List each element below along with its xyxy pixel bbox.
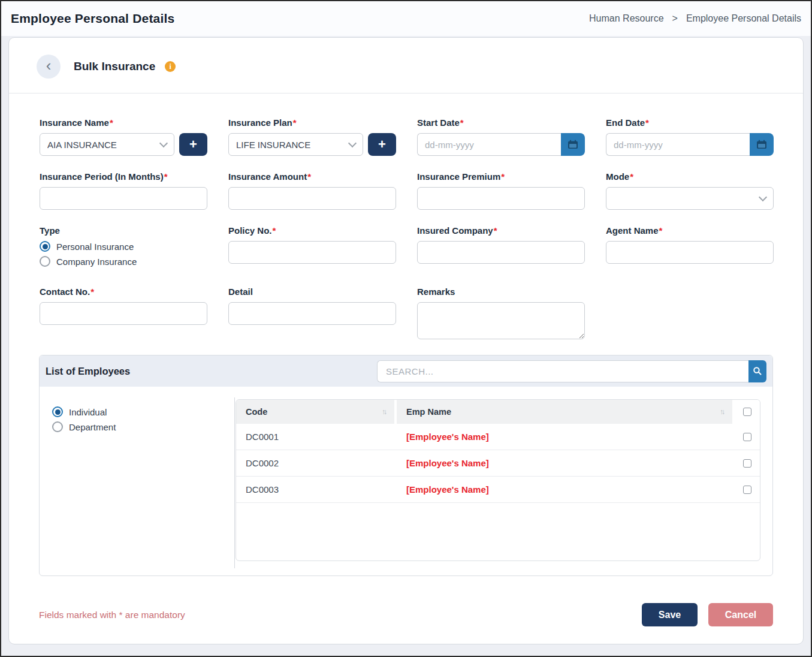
save-button[interactable]: Save	[642, 603, 698, 626]
start-date-input[interactable]	[417, 133, 561, 156]
required-asterisk: *	[110, 117, 113, 128]
back-button[interactable]: ‹	[37, 55, 61, 79]
mandatory-note: Fields marked with * are mandatory	[39, 610, 185, 620]
app-window: Employee Personal Details Human Resource…	[0, 0, 812, 657]
table-row[interactable]: DC0002 [Employee's Name]	[236, 450, 760, 477]
policy-no-input[interactable]	[228, 241, 396, 264]
employee-search	[377, 360, 766, 382]
insurance-amount-input[interactable]	[228, 187, 396, 210]
employees-title: List of Employees	[46, 366, 130, 377]
employee-filter-group: Individual Department	[40, 387, 234, 575]
radio-label: Company Insurance	[56, 257, 137, 267]
required-asterisk: *	[494, 225, 497, 236]
remarks-textarea[interactable]	[417, 302, 585, 339]
field-insurance-name: Insurance Name* AIA INSURANCE +	[40, 117, 207, 156]
agent-name-input[interactable]	[606, 241, 774, 264]
employees-body: Individual Department Code	[40, 387, 772, 575]
field-remarks: Remarks	[417, 287, 585, 342]
remarks-label: Remarks	[417, 287, 585, 297]
field-insurance-amount: Insurance Amount*	[228, 171, 396, 210]
end-date-label: End Date	[606, 117, 645, 128]
employee-name: [Employee's Name]	[397, 484, 735, 495]
add-insurance-plan-button[interactable]: +	[368, 133, 396, 156]
search-icon	[753, 366, 762, 376]
insured-company-input[interactable]	[417, 241, 585, 264]
sort-icon[interactable]: ↑↓	[720, 408, 725, 416]
insurance-name-select[interactable]: AIA INSURANCE	[40, 133, 174, 156]
mode-select[interactable]	[606, 187, 774, 210]
add-insurance-name-button[interactable]: +	[179, 133, 207, 156]
required-asterisk: *	[645, 117, 649, 128]
required-asterisk: *	[273, 225, 276, 236]
radio-label: Department	[69, 422, 116, 432]
field-start-date: Start Date*	[417, 117, 585, 156]
sort-icon[interactable]: ↑↓	[382, 408, 387, 416]
footer-row: Fields marked with * are mandatory Save …	[39, 603, 773, 626]
radio-company-insurance[interactable]: Company Insurance	[40, 256, 207, 267]
list-of-employees-section: List of Employees Individual	[39, 355, 773, 576]
row-checkbox[interactable]	[743, 459, 751, 468]
employee-code: DC0002	[236, 458, 397, 468]
radio-individual[interactable]: Individual	[52, 406, 234, 417]
end-date-input[interactable]	[606, 133, 750, 156]
insurance-premium-label: Insurance Premium	[417, 171, 500, 182]
required-asterisk: *	[659, 225, 663, 236]
top-bar: Employee Personal Details Human Resource…	[1, 1, 811, 36]
employee-table: Code ↑↓ Emp Name ↑↓	[236, 399, 760, 561]
cancel-button[interactable]: Cancel	[708, 603, 773, 626]
insurance-plan-value: LIFE INSURANCE	[236, 140, 310, 150]
table-empty-space	[236, 503, 760, 560]
employee-name: [Employee's Name]	[397, 432, 735, 442]
required-asterisk: *	[90, 287, 94, 297]
type-label: Type	[40, 225, 207, 236]
radio-department[interactable]: Department	[52, 421, 234, 432]
insurance-period-label: Insurance Period (In Months)	[40, 171, 164, 182]
contact-no-input[interactable]	[40, 302, 207, 325]
field-mode: Mode*	[606, 171, 774, 210]
insurance-amount-label: Insurance Amount	[228, 171, 307, 182]
insurance-name-label: Insurance Name	[40, 117, 109, 128]
employee-table-wrap: Code ↑↓ Emp Name ↑↓	[235, 387, 772, 575]
field-contact-no: Contact No.*	[40, 287, 207, 342]
page-main: ‹ Bulk Insurance i Insurance Name* AIA I…	[1, 36, 811, 656]
footer-buttons: Save Cancel	[642, 603, 773, 626]
table-row[interactable]: DC0003 [Employee's Name]	[236, 477, 760, 503]
insurance-plan-label: Insurance Plan	[228, 117, 292, 128]
required-asterisk: *	[501, 171, 505, 182]
agent-name-label: Agent Name	[606, 225, 659, 236]
page-title: Employee Personal Details	[11, 11, 174, 26]
radio-unselected-icon	[52, 421, 63, 432]
radio-personal-insurance[interactable]: Personal Insurance	[40, 241, 207, 252]
table-row[interactable]: DC0001 [Employee's Name]	[236, 424, 760, 450]
column-header-emp-name[interactable]: Emp Name ↑↓	[397, 400, 732, 424]
mode-label: Mode	[606, 171, 629, 182]
select-all-checkbox[interactable]	[743, 408, 751, 416]
column-header-code[interactable]: Code ↑↓	[236, 400, 394, 424]
end-date-calendar-button[interactable]	[750, 133, 774, 156]
chevron-left-icon: ‹	[46, 58, 52, 73]
insurance-premium-input[interactable]	[417, 187, 585, 210]
row-checkbox[interactable]	[743, 433, 751, 441]
insurance-period-input[interactable]	[40, 187, 207, 210]
insurance-plan-select[interactable]: LIFE INSURANCE	[228, 133, 363, 156]
chevron-down-icon	[759, 192, 767, 201]
calendar-icon	[568, 140, 578, 149]
employee-name: [Employee's Name]	[397, 458, 735, 468]
employee-code: DC0001	[236, 432, 397, 442]
info-icon[interactable]: i	[165, 61, 176, 72]
required-asterisk: *	[630, 171, 633, 182]
row-checkbox[interactable]	[743, 486, 751, 494]
detail-input[interactable]	[228, 302, 396, 325]
divider	[9, 93, 803, 94]
start-date-calendar-button[interactable]	[561, 133, 585, 156]
breadcrumb-parent[interactable]: Human Resource	[589, 13, 664, 24]
column-header-select-all	[735, 400, 760, 424]
insured-company-label: Insured Company	[417, 225, 493, 236]
table-header: Code ↑↓ Emp Name ↑↓	[236, 400, 760, 424]
employee-search-input[interactable]	[377, 360, 748, 382]
required-asterisk: *	[293, 117, 297, 128]
radio-selected-icon	[52, 406, 63, 417]
breadcrumb-separator: >	[672, 13, 678, 24]
search-button[interactable]	[748, 360, 766, 382]
insurance-form: Insurance Name* AIA INSURANCE + Insuranc…	[40, 117, 772, 342]
